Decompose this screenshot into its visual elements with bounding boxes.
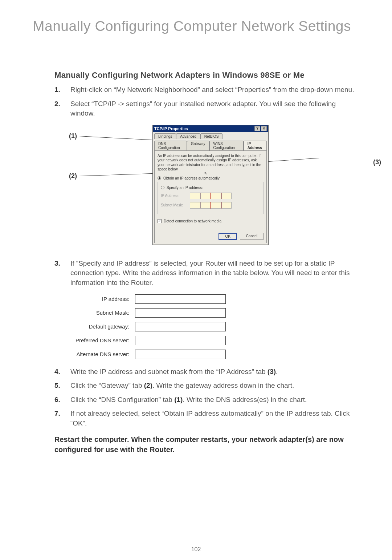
ip-address-row: IP Address: xyxy=(161,193,260,199)
tab-dns-configuration[interactable]: DNS Configuration xyxy=(154,141,187,150)
tab-wins-configuration[interactable]: WINS Configuration xyxy=(209,141,244,150)
step-text: Right-click on “My Network Neighborhood”… xyxy=(70,85,359,95)
address-form-table: IP address: Subnet Mask: Default gateway… xyxy=(73,292,229,361)
table-row: IP address: xyxy=(73,292,229,306)
table-row: Alternate DNS server: xyxy=(73,347,229,361)
help-button[interactable]: ? xyxy=(254,126,260,131)
radio-label: Obtain an IP address automatically xyxy=(163,176,220,180)
step-7: 7. If not already selected, select “Obta… xyxy=(54,409,359,428)
tab-netbios[interactable]: NetBIOS xyxy=(200,133,222,139)
radio-label: Specify an IP address: xyxy=(167,186,203,190)
step-text: If “Specify and IP address” is selected,… xyxy=(70,259,359,288)
tab-bindings[interactable]: Bindings xyxy=(154,133,176,139)
label-default-gateway: Default gateway: xyxy=(73,320,132,334)
tab-ip-address[interactable]: IP Address xyxy=(244,141,267,150)
radio-icon xyxy=(158,176,161,180)
field-preferred-dns[interactable] xyxy=(135,336,226,345)
step-text: Click the “Gateway” tab (2). Write the g… xyxy=(70,381,359,391)
dialog-titlebar: TCP/IP Properties ? ✕ xyxy=(153,125,268,132)
restart-note: Restart the computer. When the computer … xyxy=(54,434,359,455)
field-subnet-mask[interactable] xyxy=(135,308,226,318)
subnet-mask-field[interactable] xyxy=(190,202,232,209)
radio-icon xyxy=(161,186,164,189)
dialog-figure: (1) (2) (3) TCP/IP Properties ? ✕ Bindin… xyxy=(69,125,359,252)
page-number: 102 xyxy=(0,546,392,553)
step-text: Select “TCP/IP -> settings” for your ins… xyxy=(70,99,359,118)
ip-address-field[interactable] xyxy=(190,193,232,199)
field-alternate-dns[interactable] xyxy=(135,350,226,359)
radio-specify-ip[interactable]: Specify an IP address: xyxy=(161,186,260,190)
step-num: 7. xyxy=(54,409,63,428)
tab-advanced[interactable]: Advanced xyxy=(176,133,200,139)
label-alternate-dns: Alternate DNS server: xyxy=(73,347,132,361)
tab-gateway[interactable]: Gateway xyxy=(187,141,209,150)
label-preferred-dns: Preferred DNS server: xyxy=(73,334,132,347)
step-5: 5. Click the “Gateway” tab (2). Write th… xyxy=(54,381,359,391)
label-subnet-mask: Subnet Mask: xyxy=(73,306,132,320)
step-text: Write the IP address and subnet mask fro… xyxy=(70,367,359,377)
callout-1: (1) xyxy=(69,132,77,140)
field-ip-address[interactable] xyxy=(135,294,226,304)
callout-2: (2) xyxy=(69,172,77,180)
callout-3: (3) xyxy=(373,158,381,166)
tcpip-properties-dialog: TCP/IP Properties ? ✕ Bindings Advanced … xyxy=(152,125,269,245)
page-title: Manually Configuring Computer Network Se… xyxy=(33,18,359,34)
step-num: 3. xyxy=(54,259,63,288)
table-row: Subnet Mask: xyxy=(73,306,229,320)
subnet-mask-row: Subnet Mask: xyxy=(161,202,260,209)
cancel-button[interactable]: Cancel xyxy=(240,233,264,240)
step-num: 1. xyxy=(54,85,63,95)
step-4: 4. Write the IP address and subnet mask … xyxy=(54,367,359,377)
step-6: 6. Click the “DNS Configuration” tab (1)… xyxy=(54,395,359,405)
step-num: 4. xyxy=(54,367,63,377)
step-1: 1. Right-click on “My Network Neighborho… xyxy=(54,85,359,95)
step-2: 2. Select “TCP/IP -> settings” for your … xyxy=(54,99,359,118)
step-text: Click the “DNS Configuration” tab (1). W… xyxy=(70,395,359,405)
section-title: Manually Configuring Network Adapters in… xyxy=(54,70,359,80)
specify-ip-group: Specify an IP address: IP Address: Subne… xyxy=(158,182,264,214)
step-3: 3. If “Specify and IP address” is select… xyxy=(54,259,359,288)
dialog-info-text: An IP address can be automatically assig… xyxy=(158,154,264,172)
step-text: If not already selected, select “Obtain … xyxy=(70,409,359,428)
checkbox-icon: ✓ xyxy=(158,219,162,223)
ip-address-label: IP Address: xyxy=(161,194,186,198)
dialog-title: TCP/IP Properties xyxy=(154,126,188,131)
table-row: Default gateway: xyxy=(73,320,229,334)
step-num: 6. xyxy=(54,395,63,405)
checkbox-label: Detect connection to network media xyxy=(164,219,221,223)
detect-connection-check[interactable]: ✓ Detect connection to network media xyxy=(158,219,264,223)
table-row: Preferred DNS server: xyxy=(73,334,229,347)
label-ip-address: IP address: xyxy=(73,292,132,306)
radio-obtain-auto[interactable]: Obtain an IP address automatically xyxy=(158,176,264,180)
ok-button[interactable]: OK xyxy=(219,233,237,240)
step-num: 2. xyxy=(54,99,63,118)
tab-body-ip-address: An IP address can be automatically assig… xyxy=(154,150,267,243)
field-default-gateway[interactable] xyxy=(135,322,226,331)
subnet-mask-label: Subnet Mask: xyxy=(161,203,186,207)
step-num: 5. xyxy=(54,381,63,391)
close-button[interactable]: ✕ xyxy=(261,126,267,131)
